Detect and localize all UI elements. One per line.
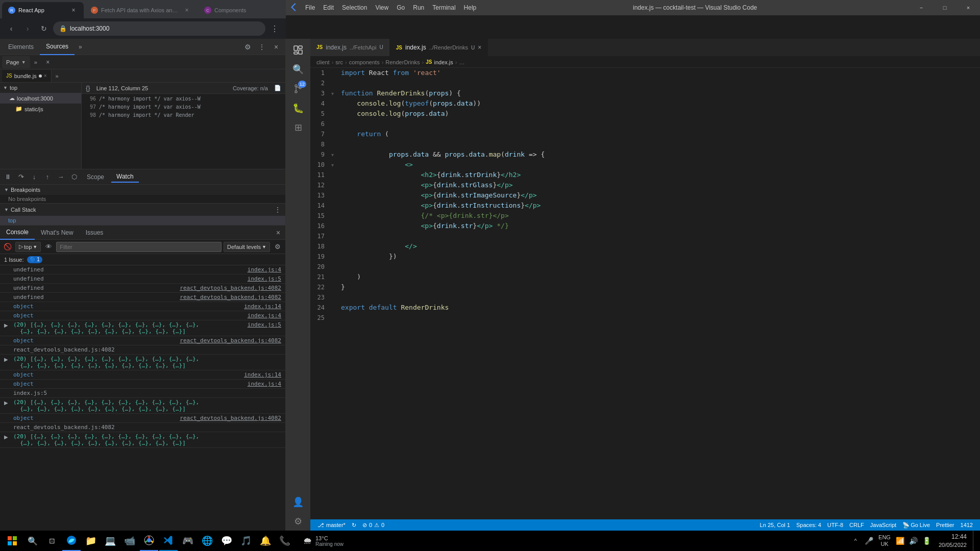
menu-go[interactable]: Go xyxy=(393,0,409,15)
status-ln-col[interactable]: Ln 25, Col 1 xyxy=(757,522,793,528)
sidebar-icon-search[interactable]: 🔍 xyxy=(289,60,307,79)
taskbar-app-chrome[interactable] xyxy=(140,531,158,551)
deactivate-breakpoints-btn[interactable]: ⬡ xyxy=(68,171,80,183)
call-stack-header[interactable]: ▼ Call Stack ⋮ xyxy=(0,204,285,216)
taskbar-app-10[interactable]: 🎵 xyxy=(237,531,255,551)
breakpoints-header[interactable]: ▼ Breakpoints xyxy=(0,185,285,195)
taskbar-app-vscode[interactable] xyxy=(159,531,178,551)
status-port[interactable]: 1412 xyxy=(958,522,976,528)
devtools-overflow-btn[interactable]: ⋮ xyxy=(255,40,269,54)
tray-network[interactable]: 📶 xyxy=(895,531,906,551)
status-line-endings[interactable]: CRLF xyxy=(846,522,867,528)
taskbar-app-8[interactable]: 🌐 xyxy=(198,531,216,551)
address-bar[interactable]: 🔒 localhost:3000 xyxy=(53,21,265,36)
menu-selection[interactable]: Selection xyxy=(338,0,371,15)
tray-volume[interactable]: 🔊 xyxy=(908,531,919,551)
menu-file[interactable]: File xyxy=(301,0,319,15)
status-sync[interactable]: ↻ xyxy=(349,522,359,529)
file-tab-bundle[interactable]: JS bundle.js × xyxy=(2,70,52,82)
editor-tab-renderdrinks[interactable]: JS index.js ../RenderDrinks U × xyxy=(390,39,488,56)
taskbar-app-explorer[interactable]: 📁 xyxy=(82,531,100,551)
taskbar-search[interactable]: 🔍 xyxy=(23,531,42,551)
call-stack-more-btn[interactable]: ⋮ xyxy=(274,206,281,214)
devtools-more-tabs[interactable]: » xyxy=(75,39,86,55)
breadcrumb-src[interactable]: src xyxy=(335,59,343,65)
browser-menu-btn[interactable]: ⋮ xyxy=(267,21,282,36)
editor-tab-fetchapi[interactable]: JS index.js ../FetchApi U xyxy=(310,39,390,56)
log-levels-dropdown[interactable]: Default levels ▼ xyxy=(224,242,270,252)
fold-9[interactable]: ▾ xyxy=(329,152,336,158)
page-dropdown[interactable]: Page ▼ xyxy=(2,56,30,68)
taskbar-app-edge[interactable] xyxy=(62,531,81,551)
console-source-2[interactable]: react_devtools_backend.js:4082 xyxy=(180,285,281,291)
taskbar-task-view[interactable]: ⊡ xyxy=(43,531,61,551)
menu-terminal[interactable]: Terminal xyxy=(428,0,459,15)
console-source-5[interactable]: index.js:4 xyxy=(248,312,281,319)
sidebar-icon-extensions[interactable]: ⊞ xyxy=(289,118,307,137)
console-expand-13[interactable]: ▶ xyxy=(4,400,9,406)
nav-reload-btn[interactable]: ↻ xyxy=(37,21,51,36)
fold-3[interactable]: ▾ xyxy=(329,91,336,96)
devtools-tab-sources[interactable]: Sources xyxy=(40,39,75,55)
clear-console-btn[interactable]: 🚫 xyxy=(2,241,13,253)
taskbar-app-zoom[interactable]: 📞 xyxy=(276,531,294,551)
menu-run[interactable]: Run xyxy=(409,0,428,15)
sidebar-icon-debug[interactable]: 🐛 xyxy=(289,99,307,117)
taskbar-weather[interactable]: 🌧 13°C Raining now xyxy=(299,535,348,547)
console-close-btn[interactable]: × xyxy=(271,226,285,240)
tree-item-localhost[interactable]: ☁ localhost:3000 xyxy=(0,93,81,104)
status-spaces[interactable]: Spaces: 4 xyxy=(793,522,824,528)
console-expand-16[interactable]: ▶ xyxy=(4,434,9,440)
step-into-btn[interactable]: ↓ xyxy=(29,171,40,183)
sources-more-btn[interactable]: » xyxy=(31,56,40,68)
tab-close-react[interactable]: × xyxy=(69,6,78,14)
taskbar-app-teams[interactable]: 📹 xyxy=(120,531,139,551)
code-editor[interactable]: 1 2 3▾4 5 6 7 8 9▾10▾11 12 13 14 15 16 1… xyxy=(310,68,980,519)
eye-icon[interactable]: 👁 xyxy=(43,241,54,253)
step-over-btn[interactable]: ↷ xyxy=(15,171,27,183)
show-desktop-btn[interactable] xyxy=(973,531,976,551)
status-errors[interactable]: ⊘ 0 ⚠ 0 xyxy=(359,522,387,529)
pause-resume-btn[interactable]: ⏸ xyxy=(2,171,13,183)
status-branch[interactable]: ⎇ master* xyxy=(314,522,349,529)
console-tab-console[interactable]: Console xyxy=(0,226,35,240)
tab-close-fetch[interactable]: × xyxy=(183,6,191,14)
status-prettier[interactable]: Prettier xyxy=(933,522,957,528)
sidebar-icon-remote[interactable]: 👤 xyxy=(289,493,307,511)
browser-tab-fetch[interactable]: F Fetch API data with Axios and di... × xyxy=(85,2,197,18)
nav-forward-btn[interactable]: › xyxy=(20,21,35,36)
devtools-settings-btn[interactable]: ⚙ xyxy=(240,40,255,54)
console-settings-btn[interactable]: ⚙ xyxy=(272,241,283,253)
menu-view[interactable]: View xyxy=(371,0,393,15)
scope-tab[interactable]: Scope xyxy=(82,171,109,183)
call-stack-item-top[interactable]: top xyxy=(0,216,285,225)
browser-tab-components[interactable]: C Components xyxy=(198,2,252,18)
breadcrumb-dots[interactable]: … xyxy=(459,59,464,65)
status-language[interactable]: JavaScript xyxy=(867,522,899,528)
sidebar-icon-settings[interactable]: ⚙ xyxy=(289,512,307,531)
editor-tab-close-2[interactable]: × xyxy=(478,44,481,51)
start-button[interactable] xyxy=(2,531,22,551)
status-go-live[interactable]: 📡 Go Live xyxy=(899,522,933,529)
taskbar-app-terminal[interactable]: 💻 xyxy=(101,531,119,551)
sidebar-icon-explorer[interactable] xyxy=(289,41,307,59)
console-tab-issues[interactable]: Issues xyxy=(80,226,110,240)
tray-lang[interactable]: ENG UK xyxy=(876,531,893,551)
console-source-7[interactable]: react_devtools_backend.js:4082 xyxy=(180,337,281,344)
console-source-4[interactable]: index.js:14 xyxy=(244,303,281,310)
nav-back-btn[interactable]: ‹ xyxy=(4,21,18,36)
sidebar-icon-git[interactable]: 12 xyxy=(289,80,307,98)
status-encoding[interactable]: UTF-8 xyxy=(824,522,846,528)
tray-mic[interactable]: 🎤 xyxy=(863,531,874,551)
breadcrumb-renderdrinks[interactable]: RenderDrinks xyxy=(385,59,420,65)
taskbar-app-11[interactable]: 🔔 xyxy=(256,531,275,551)
tray-battery[interactable]: 🔋 xyxy=(921,531,933,551)
win-maximize-btn[interactable]: □ xyxy=(933,0,957,15)
console-expand-6[interactable]: ▶ xyxy=(4,322,9,328)
step-out-btn[interactable]: ↑ xyxy=(42,171,53,183)
console-source-3[interactable]: react_devtools_backend.js:4082 xyxy=(180,294,281,300)
console-source-1[interactable]: index.js:5 xyxy=(248,276,281,282)
taskbar-app-9[interactable]: 💬 xyxy=(217,531,236,551)
console-source-11[interactable]: index.js:4 xyxy=(248,381,281,387)
fold-10[interactable]: ▾ xyxy=(329,162,336,168)
